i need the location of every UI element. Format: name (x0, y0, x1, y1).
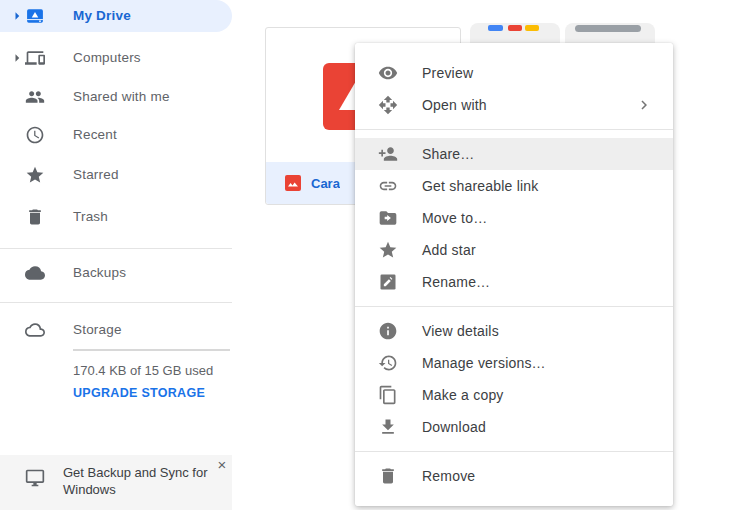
sidebar: My Drive Computers Shared with me Recent (0, 0, 232, 510)
sidebar-item-label: Shared with me (73, 81, 170, 113)
menu-item-label: Download (422, 419, 486, 435)
sidebar-item-starred[interactable]: Starred (0, 159, 232, 191)
menu-item-move-to[interactable]: Move to… (355, 202, 673, 234)
context-menu-group: Remove (355, 452, 673, 506)
context-menu-group: Share… Get shareable link Move to… Add s… (355, 130, 673, 306)
context-menu-group: View details Manage versions… Make a cop… (355, 307, 673, 451)
sidebar-item-label: Computers (73, 42, 141, 74)
file-card-partial[interactable] (470, 23, 560, 43)
thumbnail-bar-blue (488, 25, 503, 31)
cloud-filled-icon (25, 263, 45, 283)
sidebar-divider (0, 302, 232, 303)
star-icon (25, 165, 45, 185)
sidebar-item-label: Starred (73, 159, 119, 191)
people-icon (25, 87, 45, 107)
menu-item-label: View details (422, 323, 499, 339)
expand-arrow-icon[interactable] (8, 7, 26, 25)
menu-item-label: Make a copy (422, 387, 504, 403)
storage-usage-bar (73, 349, 230, 351)
sidebar-item-my-drive[interactable]: My Drive (0, 0, 232, 32)
banner-text: Get Backup and Sync for Windows (63, 464, 219, 498)
menu-item-label: Add star (422, 242, 476, 258)
menu-item-label: Get shareable link (422, 178, 538, 194)
menu-item-label: Remove (422, 468, 475, 484)
sidebar-item-label: Recent (73, 119, 117, 151)
trash-icon (25, 207, 45, 227)
file-name: Cara (311, 176, 340, 191)
menu-item-remove[interactable]: Remove (355, 460, 673, 492)
sidebar-item-computers[interactable]: Computers (0, 42, 232, 74)
link-icon (378, 176, 398, 196)
file-card-partial[interactable] (565, 23, 655, 43)
image-file-icon (285, 175, 301, 191)
clock-icon (25, 125, 45, 145)
menu-item-label: Share… (422, 146, 475, 162)
menu-item-preview[interactable]: Preview (355, 57, 673, 89)
trash-icon (378, 466, 398, 486)
rename-icon (378, 272, 398, 292)
menu-item-view-details[interactable]: View details (355, 315, 673, 347)
sidebar-item-label: Storage (73, 314, 122, 346)
storage-usage-text: 170.4 KB of 15 GB used (73, 363, 213, 378)
google-drive-window: My Drive Computers Shared with me Recent (0, 0, 739, 510)
sidebar-item-backups[interactable]: Backups (0, 257, 232, 289)
thumbnail-bar-red (508, 25, 522, 31)
sidebar-item-recent[interactable]: Recent (0, 119, 232, 151)
upgrade-storage-link[interactable]: UPGRADE STORAGE (73, 386, 205, 400)
context-menu: Preview Open with Share… (355, 43, 673, 506)
expand-arrow-icon[interactable] (8, 49, 26, 67)
folder-move-icon (378, 208, 398, 228)
menu-item-share[interactable]: Share… (355, 138, 673, 170)
menu-item-make-a-copy[interactable]: Make a copy (355, 379, 673, 411)
person-add-icon (378, 144, 398, 164)
menu-item-manage-versions[interactable]: Manage versions… (355, 347, 673, 379)
chevron-right-icon (635, 96, 653, 114)
close-icon[interactable]: × (214, 457, 230, 473)
star-icon (378, 240, 398, 260)
menu-item-download[interactable]: Download (355, 411, 673, 443)
sidebar-item-label: Trash (73, 201, 108, 233)
sidebar-item-shared-with-me[interactable]: Shared with me (0, 81, 232, 113)
menu-item-label: Preview (422, 65, 473, 81)
sidebar-item-label: My Drive (73, 0, 131, 32)
drive-icon (25, 6, 45, 26)
devices-icon (25, 48, 45, 68)
copy-icon (378, 385, 398, 405)
info-icon (378, 321, 398, 341)
context-menu-group: Preview Open with (355, 43, 673, 129)
menu-item-add-star[interactable]: Add star (355, 234, 673, 266)
menu-item-label: Manage versions… (422, 355, 546, 371)
history-icon (378, 353, 398, 373)
sidebar-item-label: Backups (73, 257, 126, 289)
menu-item-open-with[interactable]: Open with (355, 89, 673, 121)
backup-sync-banner: Get Backup and Sync for Windows × (0, 455, 232, 510)
sidebar-item-trash[interactable]: Trash (0, 201, 232, 233)
eye-icon (378, 63, 398, 83)
menu-item-rename[interactable]: Rename… (355, 266, 673, 298)
menu-item-label: Rename… (422, 274, 490, 290)
menu-item-label: Move to… (422, 210, 487, 226)
thumbnail-bar-gray (575, 25, 641, 32)
sidebar-item-storage[interactable]: Storage (0, 314, 232, 346)
thumbnail-bar-yellow (525, 25, 539, 31)
download-icon (378, 417, 398, 437)
menu-item-get-shareable-link[interactable]: Get shareable link (355, 170, 673, 202)
cloud-outline-icon (25, 320, 45, 340)
monitor-icon (25, 468, 45, 488)
sidebar-divider (0, 248, 232, 249)
menu-item-label: Open with (422, 97, 487, 113)
open-with-icon (378, 95, 398, 115)
